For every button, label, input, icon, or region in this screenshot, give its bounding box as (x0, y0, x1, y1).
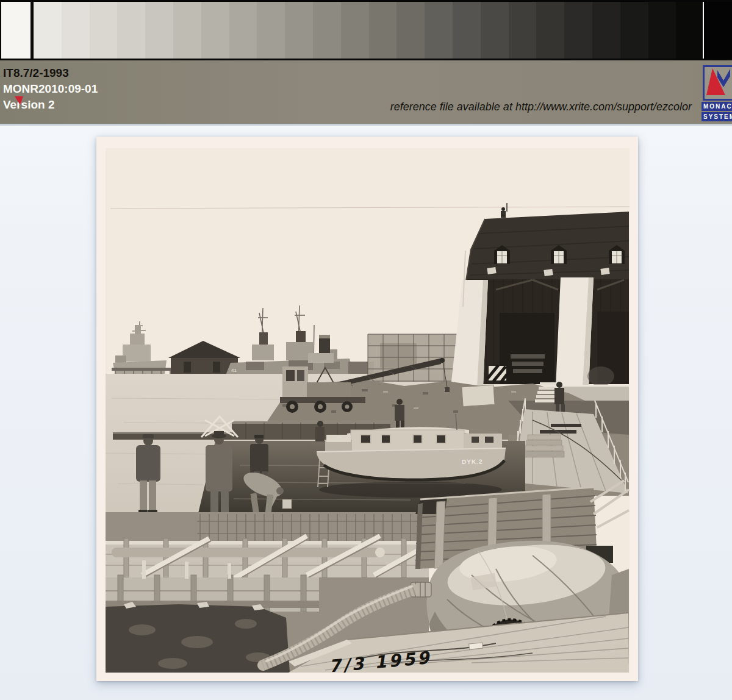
grayscale-wedge (34, 2, 732, 59)
gray-step-patch (564, 2, 592, 59)
monaco-systems-logo: MONACO SYSTEMS (693, 65, 732, 121)
calibration-target-id: MONR2010:09-01 (3, 81, 98, 97)
scanned-archive-page: IT8.7/2-1993 MONR2010:09-01 Version 2 re… (0, 0, 732, 700)
gray-step-patch (592, 2, 620, 59)
gray-step-patch (620, 2, 648, 59)
gray-step-patch (341, 2, 369, 59)
gray-step-patch (509, 2, 537, 59)
gray-step-patch (90, 2, 118, 59)
gray-step-patch (369, 2, 397, 59)
monaco-logo-icon (703, 65, 732, 101)
bucket (282, 499, 292, 509)
white-crate (462, 385, 495, 407)
photograph: 41 (106, 148, 630, 673)
gray-step-patch (481, 2, 509, 59)
calibration-label-bar: IT8.7/2-1993 MONR2010:09-01 Version 2 re… (0, 60, 732, 126)
monaco-logo-line1: MONACO (702, 102, 732, 111)
gray-step-patch (117, 2, 145, 59)
gray-step-patch (285, 2, 313, 59)
gray-step-patch (536, 2, 564, 59)
wedge-separator-line (703, 2, 704, 59)
gray-step-patch (425, 2, 453, 59)
photo-paper: 41 (96, 137, 638, 681)
photo-scene: 41 (106, 148, 630, 673)
boat-name-text: DYK.2 (462, 458, 483, 465)
monaco-logo-line2: SYSTEMS (702, 112, 732, 121)
gray-step-patch (173, 2, 201, 59)
white-reference-patch (1, 2, 32, 59)
gray-step-patch (648, 2, 676, 59)
gray-step-patch (396, 2, 425, 59)
gray-step-patch (313, 2, 341, 59)
ship-hull-number: 41 (231, 368, 237, 373)
gray-step-patch (676, 2, 704, 59)
gray-step-patch (229, 2, 257, 59)
gray-step-patch (453, 2, 481, 59)
hazard-striped-sign (487, 365, 509, 382)
gray-step-patch (704, 2, 732, 59)
monaco-logo-red-triangle-icon (15, 96, 23, 105)
gray-step-patch (34, 2, 62, 59)
grayscale-wedge-row (0, 0, 732, 60)
calibration-standard-label: IT8.7/2-1993 (3, 65, 98, 81)
monaco-logo-mark-icon (705, 67, 732, 99)
shrub (587, 366, 614, 386)
gray-step-patch (62, 2, 90, 59)
gray-step-patch (201, 2, 229, 59)
reference-file-note: reference file available at http://www.x… (390, 101, 692, 113)
calibration-target: IT8.7/2-1993 MONR2010:09-01 Version 2 re… (0, 0, 732, 125)
gray-step-patch (257, 2, 285, 59)
gray-step-patch (145, 2, 173, 59)
